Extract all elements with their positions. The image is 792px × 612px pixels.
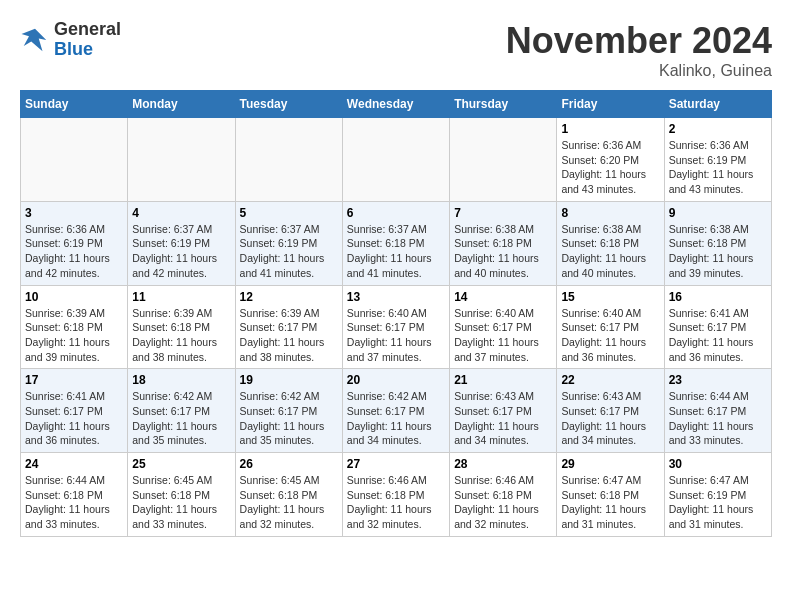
calendar-day-cell — [342, 118, 449, 202]
logo-blue: Blue — [54, 40, 121, 60]
day-info: Sunrise: 6:47 AMSunset: 6:19 PMDaylight:… — [669, 473, 767, 532]
day-number: 9 — [669, 206, 767, 220]
calendar-day-cell: 30Sunrise: 6:47 AMSunset: 6:19 PMDayligh… — [664, 453, 771, 537]
day-info: Sunrise: 6:38 AMSunset: 6:18 PMDaylight:… — [669, 222, 767, 281]
calendar-week-row: 17Sunrise: 6:41 AMSunset: 6:17 PMDayligh… — [21, 369, 772, 453]
day-info: Sunrise: 6:36 AMSunset: 6:19 PMDaylight:… — [669, 138, 767, 197]
calendar-week-row: 10Sunrise: 6:39 AMSunset: 6:18 PMDayligh… — [21, 285, 772, 369]
day-info: Sunrise: 6:39 AMSunset: 6:18 PMDaylight:… — [132, 306, 230, 365]
day-info: Sunrise: 6:37 AMSunset: 6:19 PMDaylight:… — [240, 222, 338, 281]
day-number: 14 — [454, 290, 552, 304]
day-info: Sunrise: 6:41 AMSunset: 6:17 PMDaylight:… — [669, 306, 767, 365]
day-info: Sunrise: 6:38 AMSunset: 6:18 PMDaylight:… — [454, 222, 552, 281]
calendar-day-cell: 28Sunrise: 6:46 AMSunset: 6:18 PMDayligh… — [450, 453, 557, 537]
calendar-day-cell: 26Sunrise: 6:45 AMSunset: 6:18 PMDayligh… — [235, 453, 342, 537]
calendar-day-cell — [450, 118, 557, 202]
day-number: 20 — [347, 373, 445, 387]
calendar-day-cell: 27Sunrise: 6:46 AMSunset: 6:18 PMDayligh… — [342, 453, 449, 537]
logo-general: General — [54, 20, 121, 40]
calendar-day-cell: 5Sunrise: 6:37 AMSunset: 6:19 PMDaylight… — [235, 201, 342, 285]
day-number: 13 — [347, 290, 445, 304]
location: Kalinko, Guinea — [506, 62, 772, 80]
day-info: Sunrise: 6:45 AMSunset: 6:18 PMDaylight:… — [240, 473, 338, 532]
day-number: 25 — [132, 457, 230, 471]
day-info: Sunrise: 6:39 AMSunset: 6:17 PMDaylight:… — [240, 306, 338, 365]
day-number: 27 — [347, 457, 445, 471]
day-number: 19 — [240, 373, 338, 387]
day-info: Sunrise: 6:42 AMSunset: 6:17 PMDaylight:… — [347, 389, 445, 448]
day-info: Sunrise: 6:40 AMSunset: 6:17 PMDaylight:… — [454, 306, 552, 365]
calendar-day-cell — [235, 118, 342, 202]
calendar-day-cell: 24Sunrise: 6:44 AMSunset: 6:18 PMDayligh… — [21, 453, 128, 537]
calendar-day-cell: 1Sunrise: 6:36 AMSunset: 6:20 PMDaylight… — [557, 118, 664, 202]
day-number: 4 — [132, 206, 230, 220]
calendar-day-cell: 4Sunrise: 6:37 AMSunset: 6:19 PMDaylight… — [128, 201, 235, 285]
calendar-day-cell: 10Sunrise: 6:39 AMSunset: 6:18 PMDayligh… — [21, 285, 128, 369]
logo-icon — [20, 25, 50, 55]
day-number: 6 — [347, 206, 445, 220]
calendar-day-cell: 15Sunrise: 6:40 AMSunset: 6:17 PMDayligh… — [557, 285, 664, 369]
weekday-header: Saturday — [664, 91, 771, 118]
day-number: 3 — [25, 206, 123, 220]
day-info: Sunrise: 6:38 AMSunset: 6:18 PMDaylight:… — [561, 222, 659, 281]
weekday-header: Monday — [128, 91, 235, 118]
calendar-day-cell: 3Sunrise: 6:36 AMSunset: 6:19 PMDaylight… — [21, 201, 128, 285]
day-number: 12 — [240, 290, 338, 304]
calendar-week-row: 3Sunrise: 6:36 AMSunset: 6:19 PMDaylight… — [21, 201, 772, 285]
page-header: General Blue November 2024 Kalinko, Guin… — [20, 20, 772, 80]
logo-text: General Blue — [54, 20, 121, 60]
day-number: 23 — [669, 373, 767, 387]
weekday-header: Thursday — [450, 91, 557, 118]
day-info: Sunrise: 6:45 AMSunset: 6:18 PMDaylight:… — [132, 473, 230, 532]
day-info: Sunrise: 6:37 AMSunset: 6:18 PMDaylight:… — [347, 222, 445, 281]
calendar-header-row: SundayMondayTuesdayWednesdayThursdayFrid… — [21, 91, 772, 118]
day-number: 1 — [561, 122, 659, 136]
title-block: November 2024 Kalinko, Guinea — [506, 20, 772, 80]
day-number: 22 — [561, 373, 659, 387]
day-info: Sunrise: 6:36 AMSunset: 6:19 PMDaylight:… — [25, 222, 123, 281]
calendar-day-cell: 11Sunrise: 6:39 AMSunset: 6:18 PMDayligh… — [128, 285, 235, 369]
day-number: 2 — [669, 122, 767, 136]
calendar-day-cell — [21, 118, 128, 202]
day-number: 26 — [240, 457, 338, 471]
day-number: 11 — [132, 290, 230, 304]
weekday-header: Tuesday — [235, 91, 342, 118]
calendar-day-cell: 13Sunrise: 6:40 AMSunset: 6:17 PMDayligh… — [342, 285, 449, 369]
calendar-day-cell: 6Sunrise: 6:37 AMSunset: 6:18 PMDaylight… — [342, 201, 449, 285]
day-info: Sunrise: 6:40 AMSunset: 6:17 PMDaylight:… — [561, 306, 659, 365]
day-number: 21 — [454, 373, 552, 387]
calendar-day-cell: 25Sunrise: 6:45 AMSunset: 6:18 PMDayligh… — [128, 453, 235, 537]
calendar-table: SundayMondayTuesdayWednesdayThursdayFrid… — [20, 90, 772, 537]
day-info: Sunrise: 6:42 AMSunset: 6:17 PMDaylight:… — [240, 389, 338, 448]
calendar-day-cell: 29Sunrise: 6:47 AMSunset: 6:18 PMDayligh… — [557, 453, 664, 537]
svg-marker-0 — [22, 29, 47, 52]
calendar-day-cell: 12Sunrise: 6:39 AMSunset: 6:17 PMDayligh… — [235, 285, 342, 369]
weekday-header: Wednesday — [342, 91, 449, 118]
day-number: 17 — [25, 373, 123, 387]
day-info: Sunrise: 6:36 AMSunset: 6:20 PMDaylight:… — [561, 138, 659, 197]
calendar-day-cell: 18Sunrise: 6:42 AMSunset: 6:17 PMDayligh… — [128, 369, 235, 453]
weekday-header: Friday — [557, 91, 664, 118]
day-number: 15 — [561, 290, 659, 304]
day-info: Sunrise: 6:42 AMSunset: 6:17 PMDaylight:… — [132, 389, 230, 448]
day-info: Sunrise: 6:46 AMSunset: 6:18 PMDaylight:… — [454, 473, 552, 532]
day-number: 18 — [132, 373, 230, 387]
calendar-day-cell: 22Sunrise: 6:43 AMSunset: 6:17 PMDayligh… — [557, 369, 664, 453]
calendar-day-cell: 17Sunrise: 6:41 AMSunset: 6:17 PMDayligh… — [21, 369, 128, 453]
calendar-week-row: 24Sunrise: 6:44 AMSunset: 6:18 PMDayligh… — [21, 453, 772, 537]
day-info: Sunrise: 6:44 AMSunset: 6:17 PMDaylight:… — [669, 389, 767, 448]
day-info: Sunrise: 6:37 AMSunset: 6:19 PMDaylight:… — [132, 222, 230, 281]
calendar-day-cell: 19Sunrise: 6:42 AMSunset: 6:17 PMDayligh… — [235, 369, 342, 453]
logo: General Blue — [20, 20, 121, 60]
day-number: 30 — [669, 457, 767, 471]
day-number: 10 — [25, 290, 123, 304]
day-number: 28 — [454, 457, 552, 471]
day-info: Sunrise: 6:46 AMSunset: 6:18 PMDaylight:… — [347, 473, 445, 532]
day-info: Sunrise: 6:47 AMSunset: 6:18 PMDaylight:… — [561, 473, 659, 532]
calendar-day-cell — [128, 118, 235, 202]
day-info: Sunrise: 6:43 AMSunset: 6:17 PMDaylight:… — [561, 389, 659, 448]
day-number: 29 — [561, 457, 659, 471]
day-number: 24 — [25, 457, 123, 471]
calendar-week-row: 1Sunrise: 6:36 AMSunset: 6:20 PMDaylight… — [21, 118, 772, 202]
weekday-header: Sunday — [21, 91, 128, 118]
